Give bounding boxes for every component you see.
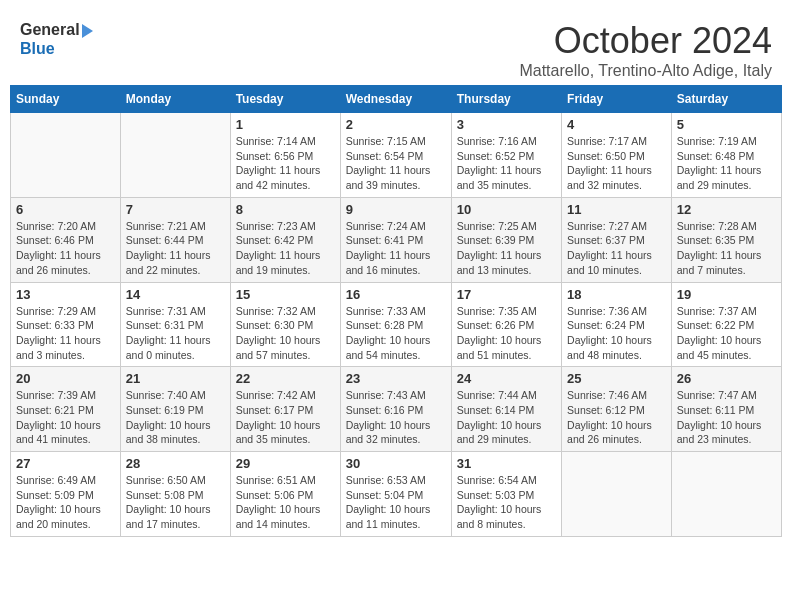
day-number: 18: [567, 287, 666, 302]
days-header-row: SundayMondayTuesdayWednesdayThursdayFrid…: [11, 86, 782, 113]
day-header-thursday: Thursday: [451, 86, 561, 113]
day-number: 26: [677, 371, 776, 386]
calendar-cell: 28Sunrise: 6:50 AM Sunset: 5:08 PM Dayli…: [120, 452, 230, 537]
day-info: Sunrise: 7:40 AM Sunset: 6:19 PM Dayligh…: [126, 388, 225, 447]
calendar-cell: 2Sunrise: 7:15 AM Sunset: 6:54 PM Daylig…: [340, 113, 451, 198]
day-number: 10: [457, 202, 556, 217]
day-number: 2: [346, 117, 446, 132]
calendar-cell: 23Sunrise: 7:43 AM Sunset: 6:16 PM Dayli…: [340, 367, 451, 452]
logo-blue-text: Blue: [20, 40, 55, 57]
calendar-cell: 31Sunrise: 6:54 AM Sunset: 5:03 PM Dayli…: [451, 452, 561, 537]
day-number: 1: [236, 117, 335, 132]
day-number: 20: [16, 371, 115, 386]
day-number: 7: [126, 202, 225, 217]
calendar-cell: 21Sunrise: 7:40 AM Sunset: 6:19 PM Dayli…: [120, 367, 230, 452]
day-info: Sunrise: 7:25 AM Sunset: 6:39 PM Dayligh…: [457, 219, 556, 278]
day-number: 27: [16, 456, 115, 471]
day-info: Sunrise: 6:53 AM Sunset: 5:04 PM Dayligh…: [346, 473, 446, 532]
day-info: Sunrise: 7:33 AM Sunset: 6:28 PM Dayligh…: [346, 304, 446, 363]
calendar-cell: 9Sunrise: 7:24 AM Sunset: 6:41 PM Daylig…: [340, 197, 451, 282]
calendar-cell: [11, 113, 121, 198]
day-number: 4: [567, 117, 666, 132]
calendar-cell: 13Sunrise: 7:29 AM Sunset: 6:33 PM Dayli…: [11, 282, 121, 367]
page-header: General Blue October 2024 Mattarello, Tr…: [10, 10, 782, 85]
day-info: Sunrise: 7:24 AM Sunset: 6:41 PM Dayligh…: [346, 219, 446, 278]
day-number: 13: [16, 287, 115, 302]
calendar-cell: 20Sunrise: 7:39 AM Sunset: 6:21 PM Dayli…: [11, 367, 121, 452]
day-header-monday: Monday: [120, 86, 230, 113]
day-info: Sunrise: 6:54 AM Sunset: 5:03 PM Dayligh…: [457, 473, 556, 532]
day-number: 21: [126, 371, 225, 386]
calendar-cell: [562, 452, 672, 537]
day-number: 19: [677, 287, 776, 302]
day-info: Sunrise: 7:36 AM Sunset: 6:24 PM Dayligh…: [567, 304, 666, 363]
week-row-1: 1Sunrise: 7:14 AM Sunset: 6:56 PM Daylig…: [11, 113, 782, 198]
day-info: Sunrise: 7:44 AM Sunset: 6:14 PM Dayligh…: [457, 388, 556, 447]
calendar-cell: 7Sunrise: 7:21 AM Sunset: 6:44 PM Daylig…: [120, 197, 230, 282]
day-info: Sunrise: 7:21 AM Sunset: 6:44 PM Dayligh…: [126, 219, 225, 278]
day-info: Sunrise: 7:17 AM Sunset: 6:50 PM Dayligh…: [567, 134, 666, 193]
day-info: Sunrise: 7:20 AM Sunset: 6:46 PM Dayligh…: [16, 219, 115, 278]
day-number: 24: [457, 371, 556, 386]
calendar-cell: 3Sunrise: 7:16 AM Sunset: 6:52 PM Daylig…: [451, 113, 561, 198]
calendar-cell: 11Sunrise: 7:27 AM Sunset: 6:37 PM Dayli…: [562, 197, 672, 282]
calendar-cell: 18Sunrise: 7:36 AM Sunset: 6:24 PM Dayli…: [562, 282, 672, 367]
calendar-cell: 30Sunrise: 6:53 AM Sunset: 5:04 PM Dayli…: [340, 452, 451, 537]
day-info: Sunrise: 7:37 AM Sunset: 6:22 PM Dayligh…: [677, 304, 776, 363]
calendar-cell: 17Sunrise: 7:35 AM Sunset: 6:26 PM Dayli…: [451, 282, 561, 367]
calendar-cell: 24Sunrise: 7:44 AM Sunset: 6:14 PM Dayli…: [451, 367, 561, 452]
day-number: 17: [457, 287, 556, 302]
day-header-friday: Friday: [562, 86, 672, 113]
day-info: Sunrise: 7:46 AM Sunset: 6:12 PM Dayligh…: [567, 388, 666, 447]
calendar-cell: 27Sunrise: 6:49 AM Sunset: 5:09 PM Dayli…: [11, 452, 121, 537]
day-header-tuesday: Tuesday: [230, 86, 340, 113]
week-row-2: 6Sunrise: 7:20 AM Sunset: 6:46 PM Daylig…: [11, 197, 782, 282]
day-header-sunday: Sunday: [11, 86, 121, 113]
day-info: Sunrise: 6:49 AM Sunset: 5:09 PM Dayligh…: [16, 473, 115, 532]
calendar-cell: 15Sunrise: 7:32 AM Sunset: 6:30 PM Dayli…: [230, 282, 340, 367]
calendar-cell: 6Sunrise: 7:20 AM Sunset: 6:46 PM Daylig…: [11, 197, 121, 282]
logo-general-text: General: [20, 20, 80, 39]
day-info: Sunrise: 7:23 AM Sunset: 6:42 PM Dayligh…: [236, 219, 335, 278]
calendar-cell: 1Sunrise: 7:14 AM Sunset: 6:56 PM Daylig…: [230, 113, 340, 198]
title-block: October 2024 Mattarello, Trentino-Alto A…: [519, 20, 772, 80]
day-info: Sunrise: 7:29 AM Sunset: 6:33 PM Dayligh…: [16, 304, 115, 363]
day-number: 16: [346, 287, 446, 302]
day-info: Sunrise: 7:31 AM Sunset: 6:31 PM Dayligh…: [126, 304, 225, 363]
day-info: Sunrise: 7:32 AM Sunset: 6:30 PM Dayligh…: [236, 304, 335, 363]
day-number: 3: [457, 117, 556, 132]
day-info: Sunrise: 7:15 AM Sunset: 6:54 PM Dayligh…: [346, 134, 446, 193]
day-number: 11: [567, 202, 666, 217]
week-row-4: 20Sunrise: 7:39 AM Sunset: 6:21 PM Dayli…: [11, 367, 782, 452]
logo-arrow-icon: [82, 24, 93, 38]
day-number: 5: [677, 117, 776, 132]
day-number: 9: [346, 202, 446, 217]
day-number: 14: [126, 287, 225, 302]
day-info: Sunrise: 7:35 AM Sunset: 6:26 PM Dayligh…: [457, 304, 556, 363]
month-title: October 2024: [519, 20, 772, 62]
day-number: 15: [236, 287, 335, 302]
calendar-table: SundayMondayTuesdayWednesdayThursdayFrid…: [10, 85, 782, 537]
week-row-5: 27Sunrise: 6:49 AM Sunset: 5:09 PM Dayli…: [11, 452, 782, 537]
calendar-cell: 5Sunrise: 7:19 AM Sunset: 6:48 PM Daylig…: [671, 113, 781, 198]
day-info: Sunrise: 7:28 AM Sunset: 6:35 PM Dayligh…: [677, 219, 776, 278]
calendar-cell: [120, 113, 230, 198]
day-info: Sunrise: 7:42 AM Sunset: 6:17 PM Dayligh…: [236, 388, 335, 447]
calendar-cell: 29Sunrise: 6:51 AM Sunset: 5:06 PM Dayli…: [230, 452, 340, 537]
day-number: 22: [236, 371, 335, 386]
day-number: 8: [236, 202, 335, 217]
day-info: Sunrise: 7:39 AM Sunset: 6:21 PM Dayligh…: [16, 388, 115, 447]
calendar-cell: 12Sunrise: 7:28 AM Sunset: 6:35 PM Dayli…: [671, 197, 781, 282]
calendar-cell: 10Sunrise: 7:25 AM Sunset: 6:39 PM Dayli…: [451, 197, 561, 282]
calendar-cell: [671, 452, 781, 537]
logo: General Blue: [20, 20, 93, 58]
day-number: 31: [457, 456, 556, 471]
day-number: 25: [567, 371, 666, 386]
day-info: Sunrise: 6:50 AM Sunset: 5:08 PM Dayligh…: [126, 473, 225, 532]
day-number: 28: [126, 456, 225, 471]
day-header-wednesday: Wednesday: [340, 86, 451, 113]
day-number: 29: [236, 456, 335, 471]
calendar-cell: 8Sunrise: 7:23 AM Sunset: 6:42 PM Daylig…: [230, 197, 340, 282]
calendar-cell: 19Sunrise: 7:37 AM Sunset: 6:22 PM Dayli…: [671, 282, 781, 367]
day-info: Sunrise: 7:43 AM Sunset: 6:16 PM Dayligh…: [346, 388, 446, 447]
